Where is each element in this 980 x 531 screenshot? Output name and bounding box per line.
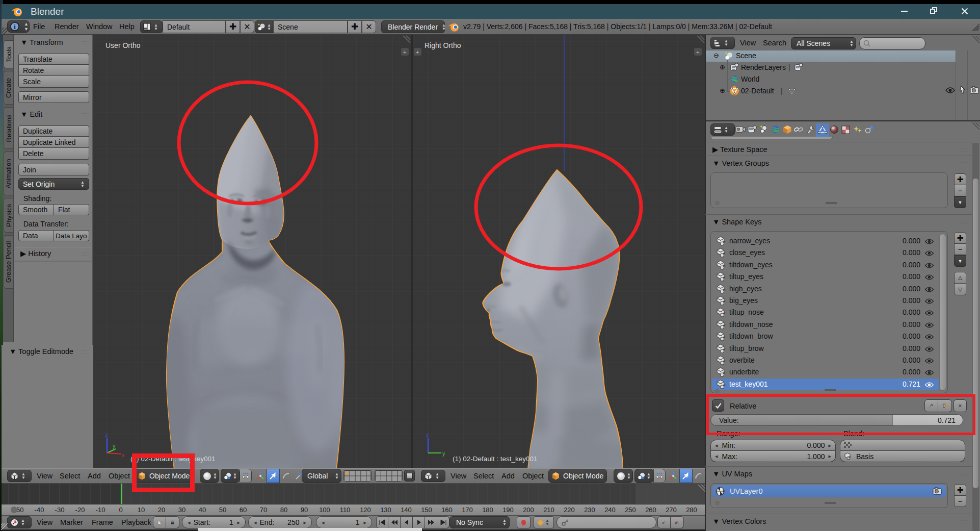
svg-text:+: + [403, 49, 406, 55]
svg-text:z: z [105, 432, 108, 438]
svg-text:+: + [416, 49, 419, 55]
svg-text:y: y [442, 450, 445, 457]
svg-text:i: i [14, 23, 16, 31]
svg-text:y: y [113, 443, 116, 449]
svg-text:x: x [122, 452, 125, 458]
svg-text:(1) 02-Default : test_key001: (1) 02-Default : test_key001 [453, 455, 538, 463]
svg-text:+: + [696, 49, 699, 55]
svg-text:z: z [426, 432, 429, 438]
